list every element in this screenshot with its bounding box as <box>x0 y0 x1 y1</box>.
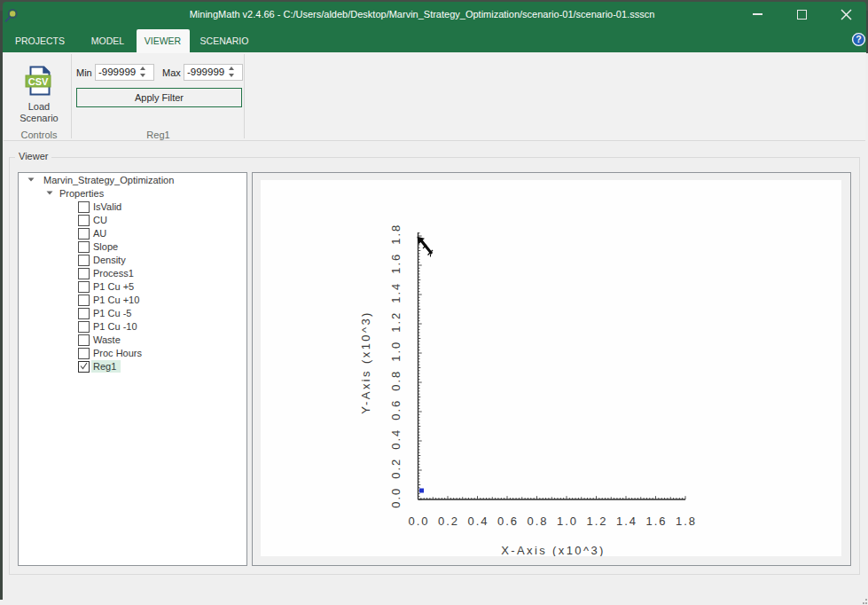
svg-text:1.0: 1.0 <box>389 341 403 362</box>
svg-text:CSV: CSV <box>28 75 49 86</box>
svg-text:X-Axis (x10^3): X-Axis (x10^3) <box>501 544 606 556</box>
svg-text:1.6: 1.6 <box>645 515 667 528</box>
svg-text:1.8: 1.8 <box>389 224 403 245</box>
svg-text:1.4: 1.4 <box>616 515 637 528</box>
svg-text:0.8: 0.8 <box>527 515 548 528</box>
svg-text:0.0: 0.0 <box>389 487 403 508</box>
svg-text:0.8: 0.8 <box>389 370 403 391</box>
svg-text:0.2: 0.2 <box>389 458 403 479</box>
svg-text:0.4: 0.4 <box>389 428 403 450</box>
svg-text:0.2: 0.2 <box>438 515 459 528</box>
svg-text:0.6: 0.6 <box>497 515 519 528</box>
svg-text:1.6: 1.6 <box>389 253 403 274</box>
svg-text:1.2: 1.2 <box>586 515 607 528</box>
svg-text:0.6: 0.6 <box>389 399 403 420</box>
svg-text:1.0: 1.0 <box>557 515 578 528</box>
svg-text:0.0: 0.0 <box>408 515 429 528</box>
svg-text:1.2: 1.2 <box>389 311 403 333</box>
svg-text:0.4: 0.4 <box>467 515 489 528</box>
svg-text:1.4: 1.4 <box>389 282 403 303</box>
svg-text:1.8: 1.8 <box>676 515 697 528</box>
svg-text:?: ? <box>856 34 861 44</box>
svg-text:Y-Axis (x10^3): Y-Axis (x10^3) <box>359 310 372 414</box>
